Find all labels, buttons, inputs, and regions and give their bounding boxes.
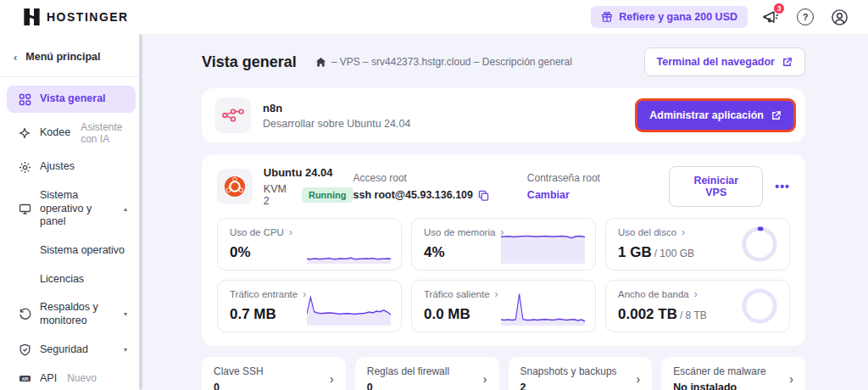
sidebar-item-suffix: Asistente con IA [81,121,127,145]
quick-card-label: Escáner de malware [673,365,789,377]
restart-vps-button[interactable]: Reiniciar VPS [669,166,763,207]
quick-card-label: Clave SSH [214,365,330,377]
metric-label: Tráfico entrante [230,289,298,299]
svg-text:API: API [21,377,28,382]
os-name: Ubuntu 24.04 [264,166,353,179]
breadcrumb: – VPS – srv442373.hstgr.cloud – Descripc… [315,56,572,68]
metric-suffix: / 100 GB [654,248,694,259]
quick-card-value: 0 [214,382,330,390]
sidebar-item-sistema-operativo-panel[interactable]: Sistema operativo y panel ▴ [7,182,136,236]
sidebar-item-kodee[interactable]: Kodee Asistente con IA [7,114,136,152]
sidebar-item-api[interactable]: API API Nuevo [7,365,136,390]
quick-card-label: Snapshots y backups [520,365,637,377]
external-link-icon [782,57,793,68]
sidebar-item-label: Seguridad [40,343,88,357]
traffic-out-sparkline [501,287,585,326]
help-icon: ? [797,8,814,25]
terminal-button-label: Terminal del navegador [657,56,775,68]
metric-label: Uso de memoria [424,227,495,237]
referral-button[interactable]: Refiere y gana 200 USD [591,6,748,28]
brand-name: HOSTINGER [47,10,129,24]
chevron-right-icon: › [637,372,641,386]
root-password-label: Contraseña root [527,172,654,184]
gift-icon [601,11,613,23]
disk-donut [695,225,779,264]
vps-os-info: Ubuntu 24.04 KVM 2 Running [264,166,353,207]
change-password-link[interactable]: Cambiar [527,189,570,201]
chevron-left-icon: ‹ [14,52,17,63]
metric-tile-memory[interactable]: Uso de memoria› 4% [411,218,596,270]
sidebar-item-respaldos[interactable]: Respaldos y monitoreo ▾ [7,294,136,334]
cpu-sparkline [307,225,391,264]
sidebar-item-label: API [40,372,57,386]
metric-tile-disk[interactable]: Uso del disco› 1 GB/ 100 GB [605,218,790,270]
home-icon[interactable] [315,57,326,68]
vps-header: Ubuntu 24.04 KVM 2 Running Acceso root s… [217,166,790,207]
bandwidth-donut [695,287,779,326]
metric-tile-traffic-out[interactable]: Tráfico saliente› 0.0 MB [411,280,596,332]
chevron-right-icon: › [495,289,498,299]
quick-card-firewall[interactable]: Reglas del firewall 0 › [355,357,499,390]
notification-badge: 3 [773,3,785,14]
quick-card-ssh-keys[interactable]: Clave SSH 0 › [202,357,346,390]
quick-card-value: 0 [367,382,483,390]
metric-value: 0.002 TB [618,306,677,322]
quick-card-snapshots[interactable]: Snapshots y backups 2 › [509,357,653,390]
profile-icon [831,8,849,26]
hostinger-logomark-icon [24,8,40,25]
chevron-down-icon: ▾ [124,346,127,354]
root-password: Contraseña root Cambiar [527,172,654,201]
shield-icon [18,343,31,356]
metric-value: 0% [230,244,251,260]
help-button[interactable]: ? [795,7,815,27]
chevron-right-icon: › [682,227,685,237]
ubuntu-icon [217,169,253,204]
chevron-up-icon: ▴ [124,205,127,213]
quick-card-label: Reglas del firewall [367,365,483,377]
sidebar-item-ajustes[interactable]: Ajustes [7,153,136,181]
sidebar-item-label: Licencias [40,273,84,285]
api-icon: API [18,371,31,385]
copy-icon[interactable] [478,190,489,201]
sidebar-item-vista-general[interactable]: Vista general [7,86,136,113]
metric-value: 1 GB [618,244,652,260]
sidebar-item-label: Respaldos y monitoreo [40,301,115,327]
browser-terminal-button[interactable]: Terminal del navegador [644,47,805,76]
sidebar-subitem-licencias[interactable]: Licencias [7,266,136,293]
application-description: Desarrollar sobre Ubuntu 24.04 [263,118,410,130]
sidebar-scrollbar[interactable] [139,34,142,390]
more-options-icon[interactable]: ••• [775,180,790,193]
metric-tile-cpu[interactable]: Uso de CPU› 0% [217,218,402,270]
sidebar-item-seguridad[interactable]: Seguridad ▾ [7,336,136,363]
vps-card: Ubuntu 24.04 KVM 2 Running Acceso root s… [202,154,805,346]
sidebar-item-label: Kodee [40,126,70,140]
hostinger-logo[interactable]: HOSTINGER [24,8,129,25]
profile-button[interactable] [829,7,849,27]
metric-tile-traffic-in[interactable]: Tráfico entrante› 0.7 MB [217,280,402,332]
status-badge: Running [302,187,353,203]
manage-application-button[interactable]: Administrar aplicación [637,101,793,130]
chevron-down-icon: ▾ [124,310,127,318]
referral-label: Refiere y gana 200 USD [619,11,737,23]
metric-value: 0.7 MB [230,306,276,322]
root-access: Acceso root ssh root@45.93.136.109 [353,172,512,201]
sparkle-icon [18,126,31,140]
sidebar-item-label: Sistema operativo y panel [40,189,115,229]
quick-card-malware-scanner[interactable]: Escáner de malware No instalado › [661,357,805,390]
chevron-right-icon: › [289,227,292,237]
metric-label: Tráfico saliente [424,289,490,299]
metric-value: 0.0 MB [424,306,470,322]
application-info: n8n Desarrollar sobre Ubuntu 24.04 [263,102,410,130]
metric-label: Ancho de banda [618,289,689,299]
page-header: Vista general – VPS – srv442373.hstgr.cl… [202,47,805,76]
sidebar-item-label: Sistema operativo [40,244,125,256]
chevron-right-icon: › [789,372,793,386]
quick-card-value: 2 [520,382,637,390]
metric-tile-bandwidth[interactable]: Ancho de banda› 0.002 TB/ 8 TB [605,280,790,332]
chevron-right-icon: › [303,289,306,299]
announcements-button[interactable]: 3 [761,7,782,27]
monitor-icon [18,202,31,215]
sidebar-subitem-sistema-operativo[interactable]: Sistema operativo [7,237,136,265]
sidebar-back-main-menu[interactable]: ‹ Menú principal [0,42,142,77]
manage-application-label: Administrar aplicación [649,109,764,121]
